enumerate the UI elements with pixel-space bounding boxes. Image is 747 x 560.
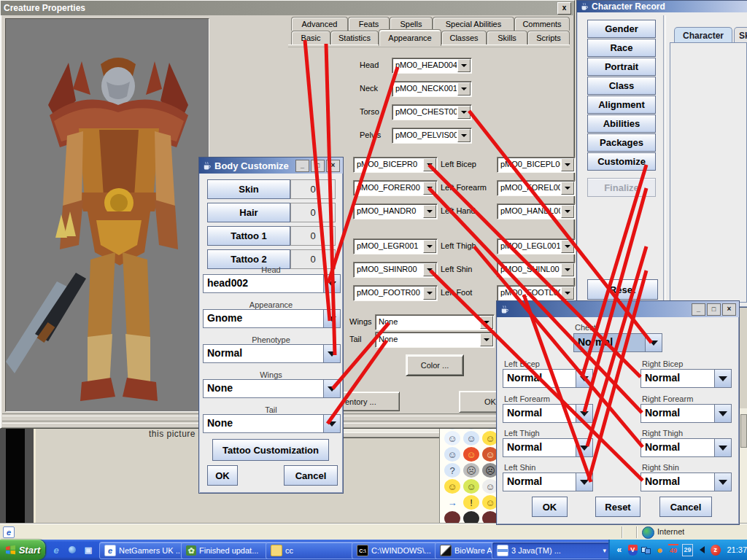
dropdown-arrow-icon[interactable]: [423, 287, 436, 300]
ok-button[interactable]: OK: [532, 497, 568, 517]
dropdown-arrow-icon[interactable]: [714, 370, 731, 387]
left-shin-model-select[interactable]: pMO0_SHINL00: [497, 262, 576, 278]
rolleyes-emoticon[interactable]: ☺: [444, 479, 460, 494]
left-forearm-model-select[interactable]: pMO0_FOREL00: [497, 180, 576, 196]
dropdown-arrow-icon[interactable]: [323, 345, 340, 362]
right-shin-select[interactable]: Normal: [640, 472, 732, 491]
reset-button[interactable]: Reset: [595, 497, 640, 517]
taskbar-button-java-group[interactable]: 3 Java(TM) ... ▾: [492, 542, 611, 559]
right-thigh-select[interactable]: Normal: [640, 438, 732, 457]
wings-select[interactable]: None: [375, 314, 495, 330]
left-thigh-select[interactable]: Normal: [503, 438, 593, 457]
left-bicep-model-select[interactable]: pMO0_BICEPL00: [497, 157, 576, 173]
tab-scripts[interactable]: Scripts: [527, 31, 570, 44]
taskbar-button-finished-updating[interactable]: ✿ Finished updat...: [181, 542, 270, 559]
abilities-button[interactable]: Abilities: [587, 114, 656, 133]
dropdown-arrow-icon[interactable]: [714, 405, 731, 422]
tab-character[interactable]: Character: [674, 27, 732, 44]
finalize-button[interactable]: Finalize: [587, 178, 656, 197]
cancel-button[interactable]: Cancel: [284, 465, 338, 486]
customize-button[interactable]: Customize: [587, 152, 656, 171]
maximize-icon[interactable]: □: [707, 303, 721, 316]
dropdown-arrow-icon[interactable]: [323, 415, 340, 432]
dropdown-arrow-icon[interactable]: [423, 158, 436, 171]
minimize-icon[interactable]: _: [295, 160, 309, 172]
race-button[interactable]: Race: [587, 39, 656, 57]
start-button[interactable]: Start: [0, 540, 45, 560]
green-grin-emoticon[interactable]: ☺: [463, 479, 479, 494]
dropdown-arrow-icon[interactable]: [561, 158, 574, 171]
close-icon[interactable]: ×: [722, 303, 736, 316]
sick-emoticon[interactable]: ☹: [463, 463, 479, 478]
dropdown-arrow-icon[interactable]: [423, 182, 436, 195]
character-record-titlebar[interactable]: Character Record: [577, 1, 747, 12]
body-parts-dialog-titlebar[interactable]: _ □ ×: [497, 301, 739, 317]
torso-model-select[interactable]: pMO0_CHEST00: [392, 104, 472, 120]
dropdown-arrow-icon[interactable]: [645, 334, 662, 351]
taskbar-button-bioware-aurora[interactable]: BioWare Auror...: [435, 542, 498, 559]
left-foot-model-select[interactable]: pMO0_FOOTL00: [497, 285, 576, 301]
right-forearm-select[interactable]: Normal: [640, 404, 732, 423]
taskbar-button-cmd[interactable]: C:\ C:\WINDOWS\...: [352, 542, 441, 559]
tab-comments[interactable]: Comments: [514, 17, 570, 31]
maximize-icon[interactable]: □: [311, 160, 325, 172]
alert-icon[interactable]: z: [711, 545, 721, 556]
appearance-select[interactable]: Gnome: [203, 309, 341, 328]
cancel-button[interactable]: Cancel: [659, 497, 712, 517]
dropdown-arrow-icon[interactable]: [323, 380, 340, 397]
right-hand-model-select[interactable]: pMO0_HANDR0: [353, 203, 438, 219]
gender-button[interactable]: Gender: [587, 20, 656, 38]
creature-preview[interactable]: [5, 18, 209, 412]
tattoo1-button[interactable]: Tattoo 1: [207, 226, 290, 246]
tab-skills-partial[interactable]: Sk: [734, 27, 747, 44]
head-select[interactable]: head002: [203, 274, 341, 293]
minimize-icon[interactable]: _: [692, 303, 705, 316]
color-button[interactable]: Color ...: [406, 354, 464, 376]
alignment-button[interactable]: Alignment: [587, 96, 656, 114]
left-bicep-select[interactable]: Normal: [503, 369, 593, 388]
close-icon[interactable]: ×: [326, 160, 340, 172]
phenotype-select[interactable]: Normal: [203, 344, 341, 363]
dropdown-arrow-icon[interactable]: [561, 182, 574, 195]
dropdown-arrow-icon[interactable]: [457, 129, 471, 142]
creature-properties-titlebar[interactable]: Creature Properties x: [1, 1, 574, 15]
tab-classes[interactable]: Classes: [441, 31, 487, 44]
body-customize-titlebar[interactable]: Body Customize _ □ ×: [199, 158, 343, 174]
tab-special-abilities[interactable]: Special Abilities: [433, 17, 514, 31]
partial-1-emoticon[interactable]: [444, 511, 460, 524]
dropdown-arrow-icon[interactable]: [323, 275, 340, 292]
dropdown-arrow-icon[interactable]: [561, 205, 574, 218]
dropdown-arrow-icon[interactable]: [423, 240, 436, 253]
close-icon[interactable]: x: [557, 2, 571, 15]
dropdown-arrow-icon[interactable]: [457, 59, 471, 72]
dropdown-arrow-icon[interactable]: [576, 473, 592, 491]
dropdown-arrow-icon[interactable]: [561, 287, 574, 300]
left-shin-select[interactable]: Normal: [503, 472, 593, 491]
browser-scrollbar[interactable]: [739, 408, 747, 524]
tab-skills[interactable]: Skills: [487, 31, 527, 44]
skin-button[interactable]: Skin: [207, 179, 290, 199]
dropdown-arrow-icon[interactable]: [714, 439, 731, 456]
dropdown-arrow-icon[interactable]: [457, 106, 471, 119]
left-forearm-select[interactable]: Normal: [503, 404, 593, 423]
laugh-emoticon[interactable]: ☺: [444, 431, 460, 446]
right-thigh-model-select[interactable]: pMO0_LEGR001: [353, 238, 438, 254]
network-icon[interactable]: [641, 545, 651, 556]
tab-advanced[interactable]: Advanced: [291, 17, 348, 31]
flame-emoticon[interactable]: ☺: [463, 447, 479, 462]
right-foot-model-select[interactable]: pMO0_FOOTR00: [353, 285, 438, 301]
wings-select[interactable]: None: [203, 379, 341, 398]
quick-launch-ie-icon[interactable]: e: [51, 545, 61, 555]
tab-appearance[interactable]: Appearance: [379, 29, 441, 46]
dropdown-arrow-icon[interactable]: [323, 310, 340, 327]
hair-button[interactable]: Hair: [207, 203, 290, 222]
scrollbar-thumb[interactable]: [740, 414, 747, 448]
yawn-emoticon[interactable]: ☺: [444, 447, 460, 462]
packages-button[interactable]: Packages: [587, 133, 656, 152]
dropdown-arrow-icon[interactable]: [576, 439, 592, 456]
tail-select[interactable]: None: [375, 332, 495, 348]
class-button[interactable]: Class: [587, 77, 656, 95]
tattoo-customization-button[interactable]: Tattoo Customization: [212, 439, 329, 461]
dropdown-arrow-icon[interactable]: [480, 316, 493, 329]
dropdown-arrow-icon[interactable]: [457, 82, 471, 96]
